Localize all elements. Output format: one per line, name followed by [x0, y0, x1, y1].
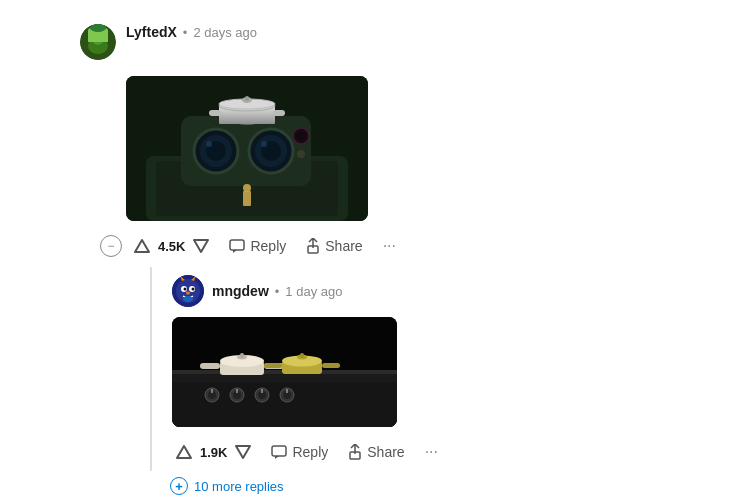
svg-marker-35 — [194, 240, 208, 252]
svg-rect-76 — [322, 363, 340, 368]
svg-point-33 — [243, 184, 251, 192]
comment-2-image — [172, 317, 397, 427]
comment-1-image-container — [0, 76, 751, 221]
svg-point-22 — [297, 150, 305, 158]
svg-point-48 — [183, 296, 193, 302]
upvote-button-1[interactable] — [130, 235, 154, 257]
comment-2-image-container — [172, 317, 735, 427]
avatar-image-mngdew — [172, 275, 204, 307]
svg-point-47 — [186, 292, 190, 295]
username-mngdew: mngdew — [212, 283, 269, 299]
avatar-image-lyftedx — [80, 24, 116, 60]
svg-rect-36 — [230, 240, 244, 250]
svg-rect-3 — [94, 32, 102, 36]
svg-point-45 — [184, 288, 187, 291]
comment-2-header-text: mngdew • 1 day ago — [212, 283, 342, 299]
reply-button-2[interactable]: Reply — [263, 440, 336, 464]
svg-rect-81 — [272, 446, 286, 456]
downvote-button-1[interactable] — [189, 235, 213, 257]
vote-count-2: 1.9K — [200, 445, 227, 460]
username-lyftedx: LyftedX — [126, 24, 177, 40]
reply-icon-2 — [271, 445, 287, 459]
svg-rect-68 — [200, 363, 220, 369]
svg-point-46 — [192, 288, 195, 291]
svg-point-21 — [296, 131, 306, 141]
svg-point-18 — [261, 141, 267, 147]
svg-marker-80 — [236, 446, 250, 458]
more-replies-button[interactable]: + 10 more replies — [150, 477, 751, 495]
collapse-button-1[interactable]: − — [100, 235, 122, 257]
vote-count-1: 4.5K — [158, 239, 185, 254]
share-icon-1 — [306, 238, 320, 254]
share-label-2: Share — [367, 444, 404, 460]
svg-marker-79 — [177, 446, 191, 458]
share-icon-2 — [348, 444, 362, 460]
more-button-1[interactable]: ··· — [375, 233, 404, 259]
comment-2-action-bar: 1.9K Reply — [172, 433, 735, 471]
share-button-1[interactable]: Share — [298, 234, 370, 258]
comment-2-meta: mngdew • 1 day ago — [212, 283, 342, 299]
timestamp-1: 2 days ago — [193, 25, 257, 40]
avatar-mngdew — [172, 275, 204, 307]
avatar-lyftedx — [80, 24, 116, 60]
share-label-1: Share — [325, 238, 362, 254]
comment-2-header: mngdew • 1 day ago — [172, 267, 735, 311]
stove-pot-image — [172, 317, 397, 427]
reply-button-1[interactable]: Reply — [221, 234, 294, 258]
svg-point-1 — [88, 38, 108, 54]
svg-rect-27 — [273, 110, 285, 116]
downvote-button-2[interactable] — [231, 441, 255, 463]
svg-marker-37 — [233, 250, 237, 253]
timestamp-2: 1 day ago — [285, 284, 342, 299]
svg-rect-31 — [245, 96, 249, 101]
comment-1-header: LyftedX • 2 days ago — [0, 16, 751, 68]
svg-rect-71 — [240, 353, 244, 358]
iphone-pot-image — [126, 76, 368, 221]
nested-comment-2: mngdew • 1 day ago — [150, 267, 735, 471]
downvote-icon-2 — [235, 445, 251, 459]
share-button-2[interactable]: Share — [340, 440, 412, 464]
svg-marker-34 — [135, 240, 149, 252]
downvote-icon-1 — [193, 239, 209, 253]
svg-rect-32 — [243, 191, 251, 206]
upvote-button-2[interactable] — [172, 441, 196, 463]
comment-1-meta: LyftedX • 2 days ago — [126, 24, 257, 40]
reply-label-2: Reply — [292, 444, 328, 460]
more-replies-circle-icon: + — [170, 477, 188, 495]
reply-icon-1 — [229, 239, 245, 253]
svg-rect-26 — [209, 110, 221, 116]
collapse-icon: − — [107, 240, 114, 252]
svg-rect-78 — [300, 353, 304, 358]
svg-rect-4 — [96, 28, 100, 34]
comment-1-image — [126, 76, 368, 221]
comment-1-header-text: LyftedX • 2 days ago — [126, 24, 257, 40]
svg-rect-75 — [264, 363, 282, 368]
reply-label-1: Reply — [250, 238, 286, 254]
comment-1-action-bar: − 4.5K Reply — [0, 225, 751, 267]
feed-container: LyftedX • 2 days ago — [0, 0, 751, 503]
upvote-icon-1 — [134, 239, 150, 253]
more-button-2[interactable]: ··· — [417, 439, 446, 465]
vote-section-1: 4.5K — [130, 235, 213, 257]
more-replies-label: 10 more replies — [194, 479, 284, 494]
upvote-icon-2 — [176, 445, 192, 459]
nested-comment-section: mngdew • 1 day ago — [90, 267, 751, 495]
svg-point-2 — [92, 31, 104, 45]
vote-section-2: 1.9K — [172, 441, 255, 463]
svg-point-13 — [206, 141, 212, 147]
